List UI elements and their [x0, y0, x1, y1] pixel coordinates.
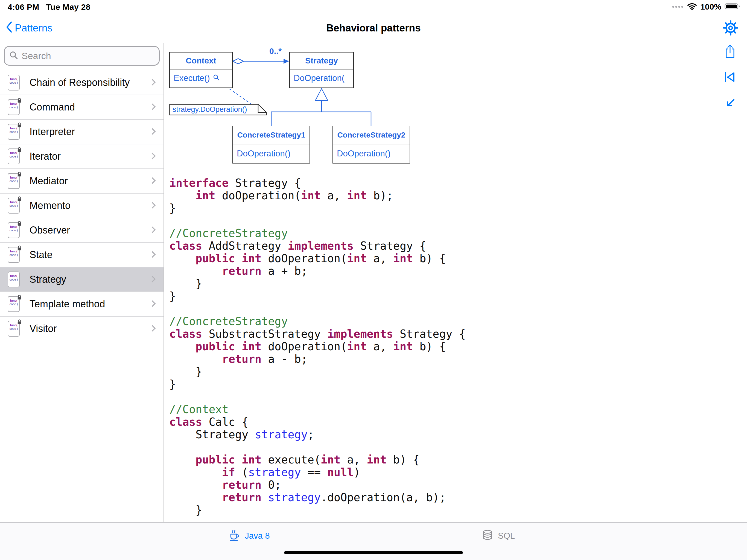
code-line: } — [169, 202, 466, 214]
search-bar — [0, 43, 163, 66]
code-file-icon: func(code ) — [8, 149, 20, 164]
uml-class-concrete-strategy-1: ConcreteStrategy1 DoOperation() — [232, 126, 310, 163]
skip-to-start-button[interactable] — [722, 70, 738, 85]
uml-class-strategy: Strategy DoOperation( — [289, 52, 354, 88]
code-file-icon: func(code ) — [8, 247, 20, 263]
share-button[interactable] — [722, 44, 738, 59]
code-line: //ConcreteStrategy — [169, 227, 466, 239]
search-input[interactable] — [22, 51, 154, 61]
sidebar-item-label: Visitor — [29, 323, 57, 334]
sidebar-item-mediator[interactable]: func(code )Mediator — [0, 169, 163, 194]
sidebar-item-observer[interactable]: func(code )Observer — [0, 218, 163, 243]
database-icon — [481, 529, 494, 543]
sidebar-item-chain-of-responsibility[interactable]: func(code )Chain of Responsibility — [0, 71, 163, 95]
uml-class-title: Strategy — [290, 52, 353, 70]
chevron-right-icon — [149, 177, 156, 184]
chevron-left-icon — [5, 21, 12, 36]
chevron-right-icon — [149, 300, 156, 307]
code-line: int doOperation(int a, int b); — [169, 189, 466, 202]
sidebar-item-interpreter[interactable]: func(code )Interpreter — [0, 120, 163, 144]
code-line: if (strategy == null) — [169, 466, 466, 479]
lock-icon — [17, 122, 22, 128]
sidebar-item-label: Iterator — [29, 151, 61, 162]
sidebar-item-memento[interactable]: func(code )Memento — [0, 194, 163, 218]
collapse-diagonal-button[interactable] — [722, 96, 738, 111]
search-field[interactable] — [4, 46, 160, 66]
code-line: } — [169, 378, 466, 390]
sidebar-item-label: Chain of Responsibility — [29, 77, 130, 88]
sidebar-item-state[interactable]: func(code )State — [0, 243, 163, 268]
lock-icon — [17, 196, 22, 202]
uml-method-label: Execute() — [174, 73, 210, 83]
settings-button[interactable] — [723, 20, 738, 35]
lock-icon — [17, 172, 22, 177]
tab-label: Java 8 — [245, 531, 269, 541]
uml-note: strategy.DoOperation() — [169, 104, 267, 116]
code-line: } — [169, 277, 466, 290]
uml-class-method: DoOperation( — [290, 70, 353, 87]
sidebar-item-template-method[interactable]: func(code )Template method — [0, 292, 163, 316]
sidebar-item-label: State — [29, 249, 52, 261]
chevron-right-icon — [149, 226, 156, 233]
wifi-icon — [687, 3, 697, 11]
battery-percent: 100% — [700, 2, 721, 11]
sidebar-item-label: Command — [29, 101, 75, 113]
lock-icon — [17, 147, 22, 152]
home-indicator[interactable] — [284, 551, 463, 554]
uml-class-title: Context — [170, 52, 232, 70]
status-indicators: 100% — [672, 2, 741, 11]
code-line: return a + b; — [169, 265, 466, 277]
tab-java8[interactable]: Java 8 — [228, 523, 269, 549]
uml-class-method: DoOperation() — [233, 144, 310, 163]
multiplicity-label: 0..* — [269, 47, 282, 56]
search-icon — [9, 51, 18, 61]
code-file-icon: func(code ) — [8, 296, 20, 312]
navigation-bar: Patterns Behavioral patterns — [0, 13, 747, 43]
code-file-icon: func(code ) — [8, 124, 20, 140]
sidebar: func(code )Chain of Responsibilityfunc(c… — [0, 43, 164, 522]
sidebar-item-strategy[interactable]: func(code )Strategy — [0, 268, 163, 292]
uml-class-method: Execute() — [170, 70, 232, 87]
code-line: } — [169, 365, 466, 378]
back-button[interactable]: Patterns — [5, 13, 52, 43]
sidebar-item-iterator[interactable]: func(code )Iterator — [0, 144, 163, 169]
status-time: 4:06 PM — [8, 2, 39, 11]
chevron-right-icon — [149, 251, 156, 258]
code-line — [169, 302, 466, 315]
page-title: Behavioral patterns — [0, 13, 747, 43]
code-line — [169, 390, 466, 403]
code-file-icon: func(code ) — [8, 75, 20, 91]
code-line: class Calc { — [169, 416, 466, 428]
tab-sql[interactable]: SQL — [481, 523, 515, 549]
code-line: //Context — [169, 403, 466, 416]
arrow-down-left-icon — [722, 96, 738, 111]
uml-class-method: DoOperation() — [333, 144, 410, 163]
uml-class-title: ConcreteStrategy2 — [333, 126, 410, 144]
code-line: class SubstractStrategy implements Strat… — [169, 328, 466, 340]
sidebar-item-label: Observer — [29, 225, 70, 236]
note-text: strategy.DoOperation() — [173, 104, 247, 115]
code-line: } — [169, 290, 466, 302]
sidebar-item-label: Memento — [29, 200, 71, 211]
cellular-dots-icon — [672, 4, 684, 9]
sidebar-item-label: Mediator — [29, 175, 68, 187]
code-line: return 0; — [169, 479, 466, 491]
code-file-icon: func(code ) — [8, 99, 20, 115]
chevron-right-icon — [149, 128, 156, 134]
chevron-right-icon — [149, 202, 156, 208]
code-file-icon: func(code ) — [8, 173, 20, 189]
code-file-icon: func(code ) — [8, 198, 20, 213]
code-line: return a - b; — [169, 353, 466, 365]
chevron-right-icon — [149, 325, 156, 331]
code-line: Strategy strategy; — [169, 428, 466, 441]
sidebar-item-command[interactable]: func(code )Command — [0, 95, 163, 120]
skip-to-start-icon — [722, 70, 738, 85]
zoom-icon[interactable] — [213, 73, 220, 83]
tab-label: SQL — [498, 531, 515, 541]
code-line: } — [169, 504, 466, 516]
sidebar-item-visitor[interactable]: func(code )Visitor — [0, 316, 163, 341]
uml-class-concrete-strategy-2: ConcreteStrategy2 DoOperation() — [333, 126, 410, 163]
code-line: public int doOperation(int a, int b) { — [169, 252, 466, 265]
sidebar-item-label: Interpreter — [29, 126, 75, 137]
sidebar-item-label: Strategy — [29, 274, 66, 285]
